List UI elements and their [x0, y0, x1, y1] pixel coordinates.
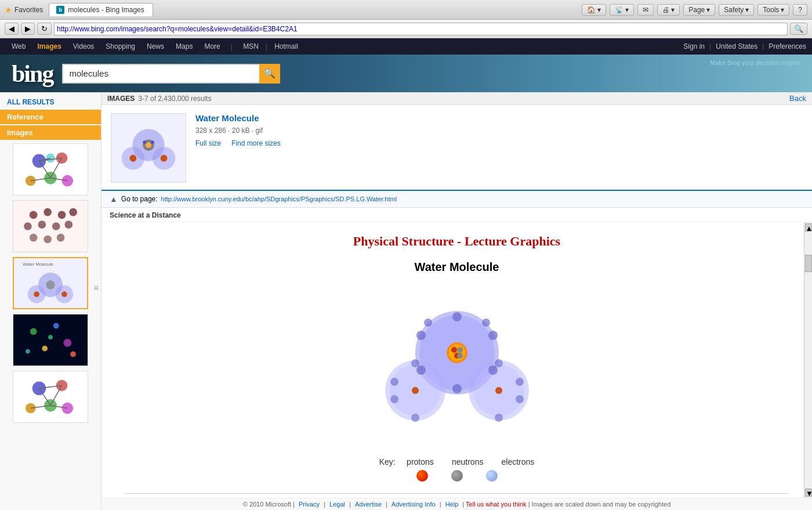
nav-shopping[interactable]: Shopping	[100, 38, 141, 55]
help-btn[interactable]: ?	[793, 4, 807, 16]
svg-point-56	[161, 155, 168, 162]
nav-right-btns: 🔍	[790, 23, 807, 35]
tools-btn[interactable]: Tools▾	[757, 4, 789, 16]
thumbnail-2[interactable]	[13, 200, 88, 252]
nav-bar: ◀ ▶ ↻ 🔍	[0, 20, 812, 38]
svg-line-44	[50, 385, 62, 405]
nav-videos[interactable]: Videos	[67, 38, 100, 55]
svg-point-74	[488, 366, 498, 375]
nav-more[interactable]: More	[198, 38, 226, 55]
print-icon: 🖨	[662, 6, 669, 14]
feedback-link[interactable]: Tell us what you think	[466, 501, 528, 508]
browser-controls: 🏠▾ 📡▾ ✉ 🖨▾ Page▾ Safety▾ Tools▾ ?	[582, 4, 807, 16]
svg-point-77	[412, 387, 419, 394]
svg-point-75	[424, 319, 432, 327]
favorites-btn[interactable]: ★ Favorites	[5, 5, 43, 15]
thumbnail-3[interactable]: Water Molecule	[13, 257, 88, 309]
svg-point-28	[34, 291, 39, 297]
svg-point-72	[488, 331, 498, 340]
svg-point-35	[70, 352, 76, 357]
search-nav-btn[interactable]: 🔍	[790, 23, 807, 35]
svg-text:Water Molecule: Water Molecule	[23, 262, 53, 267]
results-label: IMAGES	[107, 95, 135, 103]
make-bing-link[interactable]: Make Bing your decision engine	[710, 59, 800, 66]
help-link[interactable]: Help	[445, 501, 459, 508]
help-icon: ?	[798, 6, 802, 14]
rss-btn[interactable]: 📡▾	[610, 4, 634, 16]
neutron-icon	[451, 470, 463, 482]
advertise-link[interactable]: Advertise	[355, 501, 382, 508]
thumbnail-4[interactable]	[13, 314, 88, 366]
thumbnail-5[interactable]	[13, 371, 88, 423]
nav-msn[interactable]: MSN	[237, 38, 264, 55]
search-button[interactable]: 🔍	[259, 64, 280, 84]
back-link[interactable]: Back	[789, 94, 806, 103]
svg-point-52	[146, 142, 151, 148]
thumbnail-1[interactable]	[13, 143, 88, 196]
page-btn[interactable]: Page▾	[683, 4, 715, 16]
svg-point-22	[57, 234, 65, 242]
results-range: 3-7 of 2,430,000 results	[138, 95, 211, 103]
bing-logo: bing	[12, 60, 53, 88]
svg-point-30	[30, 328, 37, 335]
mail-btn[interactable]: ✉	[637, 4, 654, 16]
sidebar-all-results[interactable]: ALL RESULTS	[0, 95, 101, 110]
scroll-up-btn[interactable]: ▲	[805, 223, 812, 232]
nav-news[interactable]: News	[141, 38, 170, 55]
image-title[interactable]: Water Molecule	[195, 113, 803, 123]
svg-point-19	[64, 220, 72, 229]
water-molecule-image	[370, 283, 544, 446]
svg-point-21	[44, 236, 52, 244]
star-icon: ★	[5, 5, 12, 15]
webpage-preview[interactable]: Physical Structure - Lecture Graphics Wa…	[102, 222, 812, 498]
home-btn[interactable]: 🏠▾	[582, 4, 606, 16]
svg-point-76	[482, 319, 490, 327]
country-label[interactable]: United States	[716, 42, 757, 50]
sidebar-reference[interactable]: Reference	[0, 110, 101, 124]
nav-maps[interactable]: Maps	[170, 38, 198, 55]
svg-point-66	[457, 347, 463, 353]
scroll-down-btn[interactable]: ▼	[805, 489, 812, 497]
refresh-btn[interactable]: ↻	[37, 23, 52, 35]
svg-point-16	[24, 222, 32, 230]
scroll-thumb[interactable]	[805, 255, 812, 272]
svg-point-14	[58, 211, 66, 219]
browser-tab[interactable]: b molecules - Bing Images	[49, 3, 153, 16]
forward-btn[interactable]: ▶	[21, 23, 35, 35]
svg-point-53	[143, 140, 146, 144]
preview-key-row	[125, 470, 789, 482]
preview-key-label: Key: protons neutrons electrons	[125, 457, 789, 466]
legal-link[interactable]: Legal	[329, 501, 345, 508]
preferences-link[interactable]: Preferences	[768, 42, 806, 50]
svg-point-18	[52, 222, 60, 230]
svg-point-70	[452, 384, 462, 393]
preview-goto: ▲ Go to page: http://www.brooklyn.cuny.e…	[102, 191, 812, 208]
bing-header: bing molecules 🔍 Make Bing your decision…	[0, 55, 812, 92]
privacy-link[interactable]: Privacy	[299, 501, 320, 508]
preview-scrollbar[interactable]: ▲ ▼	[804, 222, 812, 498]
bing-favicon: b	[56, 6, 64, 14]
nav-web[interactable]: Web	[6, 38, 31, 55]
safety-btn[interactable]: Safety▾	[719, 4, 754, 16]
back-btn[interactable]: ◀	[5, 23, 19, 35]
copyright: © 2010 Microsoft	[243, 501, 291, 508]
electron-icon	[486, 470, 498, 482]
results-header-bar: IMAGES 3-7 of 2,430,000 results Back	[102, 92, 812, 105]
search-box: molecules 🔍	[62, 64, 282, 84]
nav-hotmail[interactable]: Hotmail	[269, 38, 304, 55]
print-btn[interactable]: 🖨▾	[657, 4, 680, 16]
svg-point-20	[30, 234, 38, 242]
find-more-link[interactable]: Find more sizes	[231, 139, 281, 147]
image-dimensions: 328 x 286	[195, 126, 226, 135]
sign-in-link[interactable]: Sign in	[683, 42, 705, 50]
goto-url-link[interactable]: http://www.brooklyn.cuny.edu/bc/ahp/SDgr…	[161, 196, 397, 202]
footer-links: © 2010 Microsoft | Privacy | Legal | Adv…	[102, 498, 812, 510]
search-input[interactable]: molecules	[62, 64, 259, 84]
proton-icon	[416, 470, 428, 482]
full-size-link[interactable]: Full size	[195, 139, 221, 147]
advertising-info-link[interactable]: Advertising Info	[392, 501, 436, 508]
nav-images[interactable]: Images	[31, 38, 67, 55]
sidebar-images[interactable]: Images	[0, 125, 101, 140]
svg-point-73	[416, 366, 426, 375]
address-bar[interactable]	[54, 23, 788, 35]
